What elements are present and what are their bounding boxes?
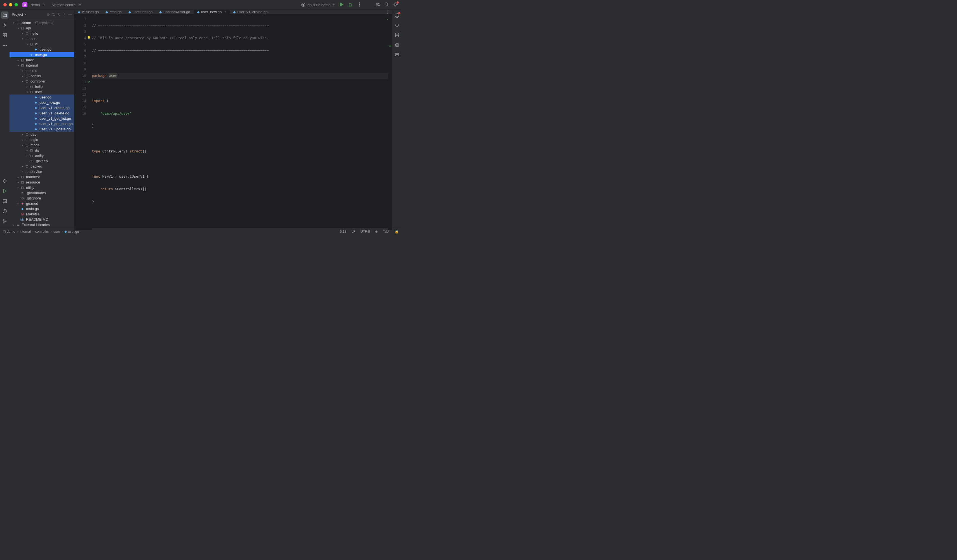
collab-tool-button[interactable] [394, 52, 400, 58]
lock-indicator[interactable]: 🔒 [395, 230, 399, 233]
expand-all-button[interactable]: ⇅ [52, 12, 55, 16]
hide-panel-button[interactable]: — [68, 12, 72, 16]
panel-title[interactable]: Project [12, 12, 23, 16]
tab-options-button[interactable]: ⋮ [385, 10, 389, 14]
cursor-position[interactable]: 5:13 [340, 230, 346, 233]
code-content[interactable]: // =====================================… [92, 14, 388, 230]
run-tool-button[interactable] [1, 188, 8, 195]
tab-user-user[interactable]: ◆user/user.go [125, 10, 156, 14]
tree-row-service[interactable]: ▸▢service [9, 169, 74, 174]
terminal-tool-button[interactable] [1, 197, 8, 205]
tree-row-file[interactable]: ▸◆user_v1_update.go [9, 126, 74, 132]
tree-row-entity[interactable]: ▸▢entity [9, 153, 74, 158]
tree-row-file[interactable]: ▸⊘.gitignore [9, 196, 74, 201]
usages-icon[interactable]: ⟳ [88, 80, 90, 84]
tree-row-utility[interactable]: ▸▢utility [9, 185, 74, 190]
services-tool-button[interactable] [1, 177, 8, 185]
tree-row-file[interactable]: ▸≡.gitattributes [9, 190, 74, 196]
tree-row-file[interactable]: ▸◆user_v1_get_one.go [9, 121, 74, 126]
tree-row-do[interactable]: ▸▢do [9, 148, 74, 153]
tree-row-hello[interactable]: ▸▢hello [9, 31, 74, 36]
database-tool-button[interactable] [394, 32, 400, 39]
tree-row-dao[interactable]: ▸▢dao [9, 132, 74, 137]
select-opened-file-button[interactable]: ⊕ [47, 12, 50, 16]
tree-row-file[interactable]: ▸M↓README.MD [9, 217, 74, 222]
tree-row-hack[interactable]: ▸▢hack [9, 57, 74, 63]
tree-row-root[interactable]: ▾▢demo~/Temp/demo [9, 20, 74, 25]
tree-row-file[interactable]: ▸◆user_v1_create.go [9, 105, 74, 110]
copilot-tool-button[interactable] [394, 42, 400, 48]
readonly-indicator[interactable]: ⊕ [375, 230, 378, 233]
encoding[interactable]: UTF-8 [360, 230, 370, 233]
breadcrumb-item[interactable]: user [54, 230, 60, 233]
breadcrumb-item[interactable]: internal [20, 230, 30, 233]
structure-tool-button[interactable] [1, 32, 8, 39]
project-tool-button[interactable] [1, 11, 8, 19]
tree-row-file[interactable]: ▸ⓂMakefile [9, 211, 74, 217]
tree-row-file[interactable]: ▸◆user.go [9, 52, 74, 57]
git-tool-button[interactable] [1, 218, 8, 225]
debug-button[interactable] [348, 2, 353, 8]
breadcrumb-item[interactable]: ▢ demo [3, 230, 15, 233]
tree-row-internal[interactable]: ▾▢internal [9, 63, 74, 68]
tree-row-model[interactable]: ▾▢model [9, 142, 74, 148]
collapse-all-button[interactable]: ⊼ [57, 12, 60, 16]
project-menu[interactable]: demo [31, 3, 40, 7]
tree-row-scratches[interactable]: ▸▤Scratches and Consoles [9, 227, 74, 228]
tree-row-user2[interactable]: ▾▢user [9, 89, 74, 95]
close-window-button[interactable] [3, 3, 7, 6]
panel-options-button[interactable]: ⋮ [62, 12, 66, 16]
indent-config[interactable]: Tab* [383, 230, 390, 233]
tree-row-file[interactable]: ▸◆user.go [9, 95, 74, 100]
tab-cmd[interactable]: ◆cmd.go [102, 10, 125, 14]
close-tab-button[interactable]: × [224, 10, 226, 14]
settings-button[interactable] [393, 2, 398, 8]
minimize-window-button[interactable] [9, 3, 12, 6]
tree-row-manifest[interactable]: ▸▢manifest [9, 174, 74, 180]
bulb-icon[interactable]: 💡 [87, 36, 91, 40]
code-with-me-button[interactable] [375, 2, 380, 8]
tab-user-new[interactable]: ◆user_new.go× [194, 10, 230, 14]
tree-row-gomod[interactable]: ▸◈go.mod [9, 201, 74, 206]
more-actions-button[interactable] [357, 2, 362, 8]
line-separator[interactable]: LF [351, 230, 355, 233]
commit-tool-button[interactable] [1, 22, 8, 29]
breadcrumb[interactable]: ▢ demo › internal › controller › user › … [3, 230, 79, 233]
tree-row-consts[interactable]: ▸▢consts [9, 73, 74, 79]
tree-row-controller[interactable]: ▾▢controller [9, 79, 74, 84]
error-stripe[interactable] [388, 14, 392, 230]
editor-body[interactable]: 12345678910111213141516 💡 ⟳ // =========… [74, 14, 392, 230]
breadcrumb-item[interactable]: ◆ user.go [64, 230, 79, 233]
marker[interactable] [389, 46, 392, 46]
project-badge-icon[interactable]: D [22, 2, 27, 7]
tree-row-file[interactable]: ▸≡.gitkeep [9, 158, 74, 164]
version-control-menu[interactable]: Version control [52, 3, 76, 7]
notifications-button[interactable] [394, 13, 400, 19]
tree-row-file[interactable]: ▸◆user_v1_get_list.go [9, 116, 74, 121]
run-configuration-selector[interactable]: go build demo [301, 2, 335, 7]
tree-row-user[interactable]: ▾▢user [9, 36, 74, 41]
tree-row-v1[interactable]: ▾▢v1 [9, 41, 74, 47]
tree-row-hello2[interactable]: ▸▢hello [9, 84, 74, 89]
tree-row-file[interactable]: ▸◆user_new.go [9, 100, 74, 105]
tree-row-logic[interactable]: ▸▢logic [9, 137, 74, 142]
tab-v1-user[interactable]: ◆v1/user.go [74, 10, 102, 14]
line-number-gutter[interactable]: 12345678910111213141516 💡 ⟳ [74, 14, 92, 230]
tree-row-file[interactable]: ▸◆user_v1_delete.go [9, 110, 74, 116]
tab-user-v1-create[interactable]: ◆user_v1_create.go [230, 10, 271, 14]
search-everywhere-button[interactable] [384, 2, 389, 8]
ai-assistant-button[interactable] [394, 22, 400, 29]
tab-user-bak[interactable]: ◆user.bak/user.go [156, 10, 193, 14]
maximize-window-button[interactable] [14, 3, 18, 6]
tree-row-packed[interactable]: ▸▢packed [9, 164, 74, 169]
breadcrumb-item[interactable]: controller [35, 230, 49, 233]
tree-row-file[interactable]: ▸◆main.go [9, 206, 74, 211]
project-tree[interactable]: ▾▢demo~/Temp/demo ▾▢api ▸▢hello ▾▢user ▾… [9, 19, 74, 228]
tree-row-api[interactable]: ▾▢api [9, 25, 74, 31]
tree-row-resource[interactable]: ▸▢resource [9, 180, 74, 185]
tree-row-cmd[interactable]: ▸▢cmd [9, 68, 74, 73]
problems-tool-button[interactable] [1, 208, 8, 215]
run-button[interactable] [339, 2, 344, 8]
tree-row-file[interactable]: ▸◆user.go [9, 47, 74, 52]
tree-row-external[interactable]: ▸⊞External Libraries [9, 222, 74, 227]
